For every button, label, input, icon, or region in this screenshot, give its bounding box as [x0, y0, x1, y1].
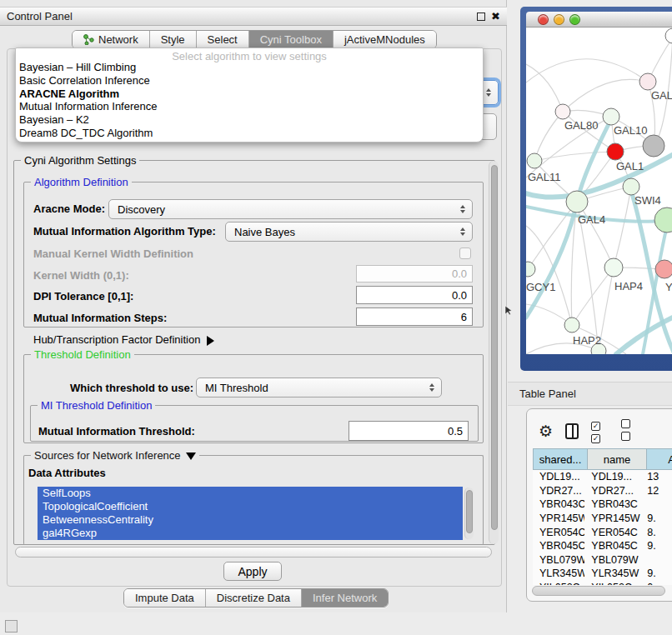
column-header-2[interactable]: name — [588, 448, 647, 470]
table-row[interactable]: YIL052CYIL052C0. — [533, 581, 672, 585]
manual-kernel-checkbox[interactable] — [459, 248, 471, 259]
network-edge[interactable] — [534, 112, 563, 161]
tab-style[interactable]: Style — [150, 31, 197, 48]
network-canvas[interactable]: GALGAL80GAL10GAL1GAL11SWI4GAL4GCY1HAP4YH… — [526, 28, 672, 354]
hub-definition-expander[interactable]: Hub/Transcription Factor Definition — [33, 333, 214, 346]
data-attributes-list[interactable]: SelfLoopsTopologicalCoefficientBetweenne… — [38, 487, 463, 540]
network-node-gal[interactable] — [639, 73, 656, 90]
zoom-traffic-light-icon[interactable] — [569, 14, 580, 25]
network-node-gal11[interactable] — [527, 153, 542, 168]
table-body: YDL19...YDL19...13YDR27...YDR27...12YBR0… — [533, 470, 672, 585]
table-row[interactable]: YBR043CYBR043C — [533, 498, 672, 512]
attribute-list-item[interactable]: TopologicalCoefficient — [38, 500, 463, 513]
network-edge[interactable] — [614, 187, 631, 268]
top-tab-bar: NetworkStyleSelectCyni ToolboxjActiveMNo… — [72, 30, 437, 49]
sources-group-title[interactable]: Sources for Network Inference — [31, 449, 199, 462]
mouse-cursor — [504, 305, 514, 317]
attributes-scrollbar[interactable] — [464, 488, 474, 539]
network-edge[interactable] — [526, 64, 563, 112]
network-edge[interactable] — [563, 79, 648, 112]
expander-down-icon — [186, 452, 196, 460]
table-row[interactable]: YDR27...YDR27...12 — [533, 484, 672, 498]
table-cell: 9. — [640, 568, 672, 579]
mi-type-combo[interactable]: Naive Bayes — [225, 222, 473, 242]
close-icon[interactable]: ✖ — [491, 12, 500, 21]
apply-button[interactable]: Apply — [223, 562, 282, 581]
table-cell: YPR145W — [533, 512, 584, 524]
network-node-y[interactable] — [655, 260, 672, 278]
attribute-list-item[interactable]: BetweennessCentrality — [38, 513, 463, 527]
minimize-traffic-light-icon[interactable] — [554, 14, 564, 25]
network-window-titlebar[interactable] — [526, 12, 672, 28]
aracne-mode-combo[interactable]: Discovery — [108, 199, 473, 219]
dpi-tolerance-field[interactable]: 0.0 — [356, 286, 473, 304]
mi-threshold-field[interactable]: 0.5 — [349, 421, 469, 441]
network-node-gal4[interactable] — [566, 191, 588, 212]
tab-jactivemnodules[interactable]: jActiveMNodules — [333, 31, 436, 48]
mi-steps-value: 6 — [461, 311, 467, 323]
deselect-all-icon[interactable] — [621, 418, 639, 443]
tab-label: Style — [161, 33, 185, 46]
network-node-label: GAL — [651, 89, 672, 102]
table-header-row: shared...nameA — [533, 448, 672, 470]
network-node-hap4[interactable] — [604, 258, 623, 277]
dropdown-item[interactable]: Basic Correlation Inference — [16, 74, 483, 88]
network-node-label: HAP2 — [573, 334, 601, 347]
collapsed-panel-button[interactable] — [5, 620, 18, 632]
aracne-mode-label: Aracne Mode: — [33, 202, 105, 215]
bottom-tab-impute-data[interactable]: Impute Data — [124, 589, 206, 607]
table-horizontal-scrollbar[interactable] — [532, 586, 665, 596]
which-threshold-combo[interactable]: MI Threshold — [196, 378, 442, 398]
settings-vertical-scrollbar[interactable] — [489, 161, 499, 544]
network-edge[interactable] — [534, 152, 615, 161]
table-row[interactable]: YER054CYER054C8. — [533, 525, 672, 539]
table-row[interactable]: YBL079WYBL079W — [533, 553, 672, 568]
expander-right-icon — [207, 336, 214, 346]
columns-icon[interactable] — [565, 423, 579, 439]
bottom-tab-discretize-data[interactable]: Discretize Data — [206, 589, 302, 607]
float-window-icon[interactable] — [477, 12, 485, 21]
table-cell: YER054C — [584, 527, 640, 538]
network-node-gcy1[interactable] — [526, 262, 535, 277]
attribute-list-item[interactable]: gal4RGexp — [38, 527, 463, 540]
network-node[interactable] — [643, 135, 664, 157]
table-row[interactable]: YPR145WYPR145W9. — [533, 512, 672, 526]
select-all-icon[interactable]: ✓✓ — [591, 418, 609, 443]
dropdown-item[interactable]: ARACNE Algorithm — [16, 88, 483, 101]
table-cell: YDL19... — [584, 471, 640, 482]
gear-icon[interactable]: ⚙ — [539, 423, 553, 439]
mi-steps-field[interactable]: 6 — [356, 308, 473, 326]
dropdown-item[interactable]: Dream8 DC_TDC Algorithm — [16, 127, 483, 140]
bottom-tab-infer-network[interactable]: Infer Network — [302, 589, 388, 607]
tab-cyni-toolbox[interactable]: Cyni Toolbox — [249, 31, 333, 48]
table-row[interactable]: YLR345WYLR345W9. — [533, 567, 672, 581]
network-node-gal1[interactable] — [607, 143, 624, 160]
mi-threshold-label: Mutual Information Threshold: — [38, 425, 195, 438]
network-node[interactable] — [665, 28, 672, 43]
network-node-gal80[interactable] — [555, 104, 570, 119]
kernel-width-field[interactable]: 0.0 — [356, 265, 473, 282]
network-node[interactable] — [654, 208, 672, 232]
table-row[interactable]: YDL19...YDL19...13 — [533, 470, 672, 484]
table-cell: YDL19... — [533, 471, 584, 482]
sources-title-text: Sources for Network Inference — [34, 449, 181, 462]
column-header-3[interactable]: A — [647, 448, 672, 470]
tab-select[interactable]: Select — [197, 31, 249, 48]
dropdown-item[interactable]: Mutual Information Inference — [16, 100, 483, 113]
network-edge[interactable] — [572, 268, 614, 325]
tab-network[interactable]: Network — [73, 31, 150, 48]
settings-horizontal-scrollbar[interactable] — [15, 547, 492, 558]
dropdown-item[interactable]: Bayesian – K2 — [16, 113, 483, 127]
network-node-gal10[interactable] — [603, 108, 619, 125]
table-cell: 0. — [640, 582, 672, 585]
close-traffic-light-icon[interactable] — [538, 14, 549, 25]
dropdown-item[interactable]: Bayesian – Hill Climbing — [16, 61, 483, 74]
attribute-list-item[interactable]: SelfLoops — [38, 487, 463, 500]
network-node-hap2[interactable] — [564, 318, 579, 332]
column-header-1[interactable]: shared... — [533, 448, 588, 470]
network-node-swi4[interactable] — [623, 178, 639, 195]
table-row[interactable]: YBR045CYBR045C9. — [533, 539, 672, 553]
tab-label: Infer Network — [313, 592, 377, 604]
control-panel: Control Panel ✖ NetworkStyleSelectCyni T… — [0, 0, 507, 612]
mi-threshold-value: 0.5 — [448, 425, 463, 438]
